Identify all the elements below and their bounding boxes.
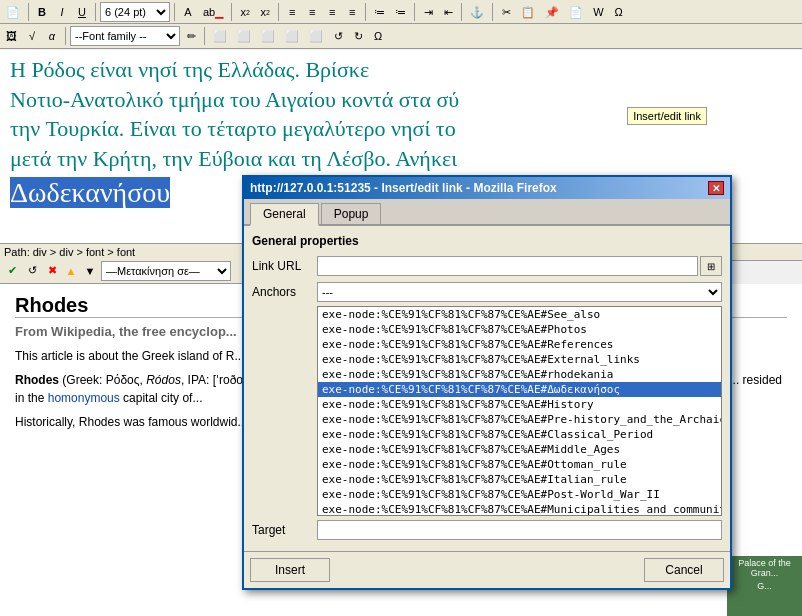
link-url-input[interactable]: [317, 256, 698, 276]
list-item[interactable]: exe-node:%CE%91%CF%81%CF%87%CE%AE#Italia…: [318, 472, 721, 487]
list-item[interactable]: exe-node:%CE%91%CF%81%CF%87%CE%AE#Classi…: [318, 427, 721, 442]
insert-button[interactable]: Insert: [250, 558, 330, 582]
tab-general[interactable]: General: [250, 203, 319, 226]
anchors-select[interactable]: ---: [317, 282, 722, 302]
browse-button[interactable]: ⊞: [700, 256, 722, 276]
target-row: Target: [252, 520, 722, 540]
dialog-title-text: http://127.0.0.1:51235 - Insert/edit lin…: [250, 181, 557, 195]
anchors-listbox[interactable]: exe-node:%CE%91%CF%81%CF%87%CE%AE#See_al…: [317, 306, 722, 516]
dialog-overlay: http://127.0.0.1:51235 - Insert/edit lin…: [0, 0, 802, 616]
list-item[interactable]: exe-node:%CE%91%CF%81%CF%87%CE%AE#Extern…: [318, 352, 721, 367]
insert-edit-dialog: http://127.0.0.1:51235 - Insert/edit lin…: [242, 175, 732, 590]
dialog-close-button[interactable]: ✕: [708, 181, 724, 195]
dialog-section-title: General properties: [252, 234, 722, 248]
list-item[interactable]: exe-node:%CE%91%CF%81%CF%87%CE%AE#Refere…: [318, 337, 721, 352]
list-item[interactable]: exe-node:%CE%91%CF%81%CF%87%CE%AE#Photos: [318, 322, 721, 337]
list-item-selected[interactable]: exe-node:%CE%91%CF%81%CF%87%CE%AE#Δωδεκα…: [318, 382, 721, 397]
target-label: Target: [252, 523, 317, 537]
list-item[interactable]: exe-node:%CE%91%CF%81%CF%87%CE%AE#Histor…: [318, 397, 721, 412]
list-item[interactable]: exe-node:%CE%91%CF%81%CF%87%CE%AE#Middle…: [318, 442, 721, 457]
dialog-body: General properties Link URL ⊞ Anchors --…: [244, 226, 730, 554]
target-input[interactable]: [317, 520, 722, 540]
link-url-label: Link URL: [252, 259, 317, 273]
cancel-button[interactable]: Cancel: [644, 558, 724, 582]
list-item[interactable]: exe-node:%CE%91%CF%81%CF%87%CE%AE#Ottoma…: [318, 457, 721, 472]
dialog-footer: Insert Cancel: [244, 551, 730, 588]
tab-popup[interactable]: Popup: [321, 203, 382, 224]
link-url-row: Link URL ⊞: [252, 256, 722, 276]
dialog-tabs: General Popup: [244, 199, 730, 226]
list-item[interactable]: exe-node:%CE%91%CF%81%CF%87%CE%AE#rhodek…: [318, 367, 721, 382]
anchors-row: Anchors ---: [252, 282, 722, 302]
list-item[interactable]: exe-node:%CE%91%CF%81%CF%87%CE%AE#Munici…: [318, 502, 721, 516]
dialog-titlebar: http://127.0.0.1:51235 - Insert/edit lin…: [244, 177, 730, 199]
list-item[interactable]: exe-node:%CE%91%CF%81%CF%87%CE%AE#See_al…: [318, 307, 721, 322]
list-item[interactable]: exe-node:%CE%91%CF%81%CF%87%CE%AE#Post-W…: [318, 487, 721, 502]
list-item[interactable]: exe-node:%CE%91%CF%81%CF%87%CE%AE#Pre-hi…: [318, 412, 721, 427]
anchors-label: Anchors: [252, 285, 317, 299]
